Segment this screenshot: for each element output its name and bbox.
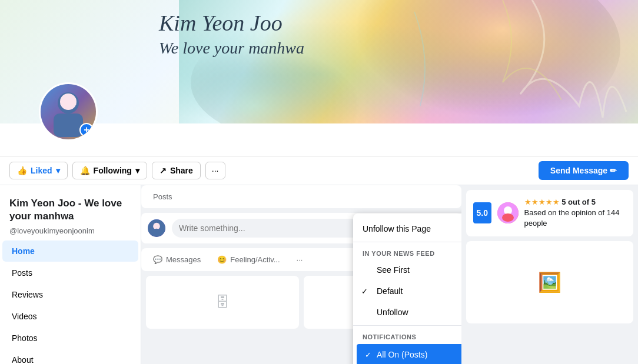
rating-text: ★★★★★ 5 out of 5 Based on the opinion of… bbox=[524, 197, 626, 229]
rating-sub-text: Based on the opinion of 144 people bbox=[524, 208, 626, 229]
sidebar: Kim Yeon Joo - We love your manhwa @love… bbox=[0, 185, 141, 364]
following-chevron-icon: ▾ bbox=[135, 166, 139, 175]
sidebar-item-about-label: About bbox=[12, 355, 34, 364]
sidebar-item-photos[interactable]: Photos bbox=[2, 328, 138, 349]
post-tabs: Posts bbox=[141, 185, 461, 208]
dropdown-divider-2 bbox=[353, 325, 461, 326]
sidebar-item-home-label: Home bbox=[12, 246, 35, 256]
liked-label: Liked bbox=[31, 166, 52, 175]
svg-rect-3 bbox=[54, 113, 83, 137]
notifications-section-header: NOTIFICATIONS ✏ bbox=[353, 328, 461, 343]
see-first-label: See First bbox=[377, 265, 410, 275]
action-bar: 👍 Liked ▾ 🔔 Following ▾ ↗ Share ··· Send… bbox=[0, 156, 638, 185]
messages-icon: 💬 bbox=[153, 255, 162, 264]
following-button[interactable]: 🔔 Following ▾ bbox=[72, 162, 147, 179]
cover-title-line1: Kim Yeon Joo bbox=[159, 9, 304, 38]
rating-badge: 5.0 bbox=[473, 202, 491, 223]
feeling-label: Feeling/Activ... bbox=[230, 255, 280, 264]
post-avatar bbox=[146, 218, 167, 239]
following-dropdown: Unfollow this Page IN YOUR NEWS FEED ✏ S… bbox=[353, 213, 461, 364]
page-handle: @loveyoukimyeonjoonim bbox=[0, 225, 141, 240]
tab-posts[interactable]: Posts bbox=[146, 188, 180, 206]
sidebar-item-videos[interactable]: Videos bbox=[2, 306, 138, 327]
right-panel: 5.0 ★★★★★ 5 out of 5 Based on the opinio… bbox=[461, 185, 638, 364]
messages-label: Messages bbox=[166, 255, 201, 264]
sidebar-item-posts[interactable]: Posts bbox=[2, 262, 138, 283]
unfollow-item[interactable]: Unfollow bbox=[353, 302, 461, 323]
unfollow-page-label: Unfollow this Page bbox=[363, 224, 431, 233]
sidebar-item-reviews[interactable]: Reviews bbox=[2, 284, 138, 305]
save-icon: 🗄 bbox=[215, 294, 230, 310]
rating-card: 5.0 ★★★★★ 5 out of 5 Based on the opinio… bbox=[466, 190, 633, 236]
more-dots-icon: ··· bbox=[212, 166, 219, 175]
post-card-1: 🗄 bbox=[146, 276, 299, 329]
svg-point-7 bbox=[152, 229, 162, 236]
cover-title: Kim Yeon Joo We love your manhwa bbox=[159, 9, 304, 59]
main-content: Posts 🖼 💬 Messages bbox=[141, 185, 461, 364]
feeling-icon: 😊 bbox=[217, 255, 227, 264]
default-check-icon: ✓ bbox=[361, 287, 368, 296]
svg-point-6 bbox=[153, 223, 160, 230]
svg-point-10 bbox=[502, 213, 514, 222]
default-item[interactable]: ✓ Default bbox=[353, 280, 461, 302]
page-name: Kim Yeon Joo - We love your manhwa bbox=[0, 190, 141, 225]
share-button[interactable]: ↗ Share bbox=[152, 162, 201, 179]
photo-placeholder-icon: 🖼️ bbox=[538, 271, 561, 293]
all-on-check-icon: ✓ bbox=[365, 350, 371, 359]
dropdown-divider-1 bbox=[353, 242, 461, 242]
unfollow-page-item[interactable]: Unfollow this Page bbox=[353, 218, 461, 239]
sidebar-item-photos-label: Photos bbox=[12, 333, 38, 343]
following-label: Following bbox=[94, 166, 132, 175]
sidebar-item-posts-label: Posts bbox=[12, 268, 32, 278]
avatar: + bbox=[39, 82, 98, 141]
avatar-plus-button[interactable]: + bbox=[79, 123, 94, 137]
bell-icon: 🔔 bbox=[80, 166, 90, 175]
rating-score: 5.0 bbox=[477, 208, 488, 218]
all-on-posts-item[interactable]: ✓ All On (Posts) bbox=[357, 344, 461, 364]
send-message-label: Send Message ✏ bbox=[550, 166, 617, 175]
liked-chevron-icon: ▾ bbox=[56, 166, 60, 175]
thumbs-up-icon: 👍 bbox=[17, 166, 27, 175]
news-feed-section-header: IN YOUR NEWS FEED ✏ bbox=[353, 245, 461, 259]
rating-score-text: 5 out of 5 bbox=[561, 198, 596, 206]
messages-tab[interactable]: 💬 Messages bbox=[146, 251, 208, 269]
more-actions-tab[interactable]: ··· bbox=[290, 251, 310, 269]
share-label: Share bbox=[170, 166, 193, 175]
more-actions-icon: ··· bbox=[297, 255, 303, 264]
profile-bar: + bbox=[0, 123, 638, 156]
more-button[interactable]: ··· bbox=[205, 162, 225, 179]
sidebar-item-reviews-label: Reviews bbox=[12, 290, 43, 299]
liked-button[interactable]: 👍 Liked ▾ bbox=[9, 162, 68, 179]
rating-stars: ★★★★★ bbox=[524, 198, 560, 206]
see-first-item[interactable]: See First bbox=[353, 259, 461, 280]
share-icon: ↗ bbox=[160, 166, 167, 175]
svg-point-9 bbox=[504, 206, 512, 215]
cover-title-line2: We love your manhwa bbox=[159, 38, 304, 59]
send-message-button[interactable]: Send Message ✏ bbox=[539, 161, 629, 180]
feeling-tab[interactable]: 😊 Feeling/Activ... bbox=[210, 251, 287, 269]
sidebar-item-about[interactable]: About bbox=[2, 349, 138, 364]
photo-placeholder: 🖼️ bbox=[466, 241, 633, 323]
default-label: Default bbox=[377, 286, 403, 296]
rating-avatar bbox=[497, 202, 519, 223]
sidebar-item-home[interactable]: Home bbox=[2, 241, 138, 262]
all-on-posts-label: All On (Posts) bbox=[377, 350, 427, 359]
sidebar-item-videos-label: Videos bbox=[12, 312, 37, 321]
page-layout: Kim Yeon Joo - We love your manhwa @love… bbox=[0, 185, 638, 364]
unfollow-label: Unfollow bbox=[377, 308, 408, 317]
